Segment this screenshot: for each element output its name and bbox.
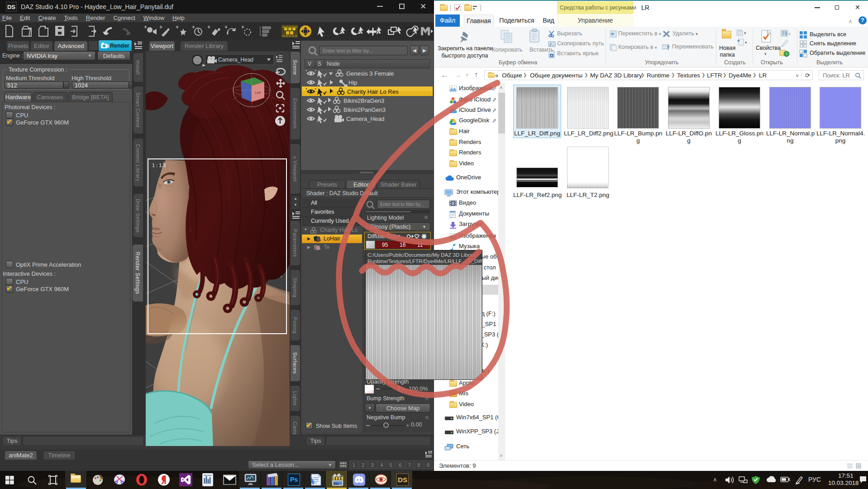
svg-text:+: + bbox=[144, 24, 147, 30]
svg-text:+: + bbox=[224, 24, 228, 30]
svg-text:Camera_Head: Camera_Head bbox=[346, 115, 385, 122]
svg-text:+: + bbox=[241, 24, 244, 30]
svg-text:+: + bbox=[207, 24, 210, 30]
svg-text:Bikini2BraGen3: Bikini2BraGen3 bbox=[343, 97, 384, 104]
svg-text:+: + bbox=[192, 24, 195, 30]
svg-text:1 : 1.3: 1 : 1.3 bbox=[152, 163, 166, 168]
svg-text:+: + bbox=[159, 24, 162, 30]
svg-text:+: + bbox=[176, 24, 179, 30]
svg-text:Camera_Head: Camera_Head bbox=[218, 57, 253, 63]
svg-text:Hip: Hip bbox=[348, 79, 358, 86]
svg-text:Genesis 3 Female: Genesis 3 Female bbox=[346, 70, 394, 77]
svg-text:Charity Hair Lo Res: Charity Hair Lo Res bbox=[347, 88, 399, 95]
svg-text:▾: ▾ bbox=[788, 32, 791, 36]
svg-text:Bikini2PanGen3: Bikini2PanGen3 bbox=[343, 106, 386, 113]
svg-text:▾: ▾ bbox=[744, 31, 746, 35]
svg-text:Left: Left bbox=[255, 91, 261, 95]
svg-text:311: 311 bbox=[334, 482, 339, 485]
svg-text:▾: ▾ bbox=[745, 40, 747, 45]
